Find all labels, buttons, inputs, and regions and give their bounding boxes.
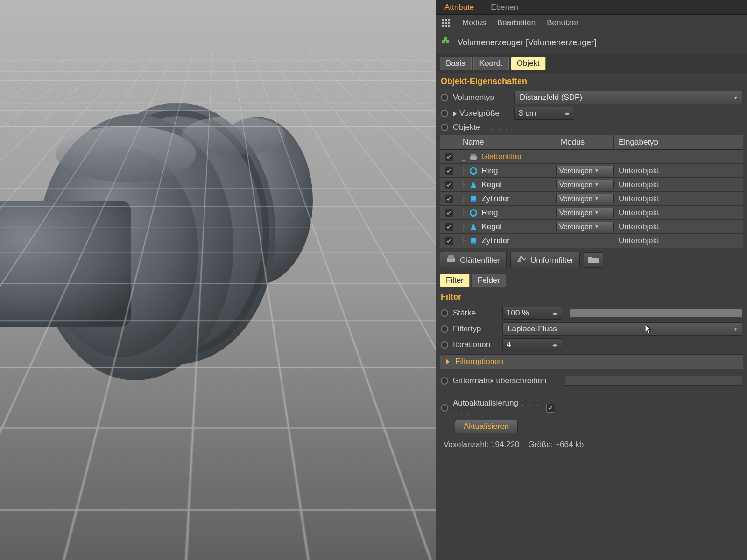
anim-dot-gittermatrix[interactable] [441,377,448,385]
expand-filteroptionen[interactable]: Filteroptionen [440,354,743,369]
row-name: Glättenfilter [481,152,522,161]
stat-voxelanzahl: Voxelanzahl: 194.220 [444,440,520,449]
svg-point-6 [56,126,196,182]
menu-bearbeiten[interactable]: Bearbeiten [497,18,536,28]
checkbox-autoaktualisierung[interactable]: ✓ [546,404,555,413]
panel-tabs: Attribute Ebenen [436,0,747,15]
row-checkbox[interactable]: ✓ [445,181,453,189]
table-row[interactable]: ✓ ├RingVereinigen▼Unterobjekt [440,164,743,178]
btn-glattenfilter[interactable]: Glättenfilter [440,252,507,268]
table-row[interactable]: ✓ ├KegelVereinigen▼Unterobjekt [440,178,743,192]
btn-umformfilter[interactable]: Umformfilter [510,252,580,268]
filter-sub-tabs: Filter Felder [436,272,747,289]
row-name: Zylinder [481,236,509,245]
mode-dropdown[interactable]: Vereinigen▼ [556,208,614,217]
anim-dot-iterationen[interactable] [441,341,448,349]
section-properties-header: Objekt-Eigenschaften [436,73,747,90]
row-type: Unterobjekt [614,194,659,203]
btn-aktualisieren[interactable]: Aktualisieren [455,420,518,433]
table-row[interactable]: ✓ ├ZylinderUnterobjekt [440,234,743,248]
tab-objekt[interactable]: Objekt [511,57,546,70]
row-checkbox[interactable]: ✓ [445,209,453,217]
svg-rect-15 [445,25,447,27]
stat-groesse: Größe: ~664 kb [529,440,584,449]
row-checkbox[interactable]: ✓ [445,237,453,245]
row-checkbox[interactable]: ✓ [445,153,453,161]
ring-icon [469,209,478,217]
expand-voxelgroesse-icon[interactable] [453,111,457,117]
row-name: Ring [481,166,498,175]
anim-dot-starke[interactable] [441,309,448,317]
tab-ebenen[interactable]: Ebenen [482,0,527,14]
filter-icon [469,153,478,161]
btn-add-folder[interactable]: + [584,252,603,268]
dropdown-volumentyp[interactable]: Distanzfeld (SDF)▾ [514,91,742,104]
row-volumentyp: Volumentyp Distanzfeld (SDF)▾ [436,90,747,105]
filter-add-buttons: Glättenfilter Umformfilter + [436,248,747,272]
row-type: Unterobjekt [614,180,659,189]
attribute-menu: Modus Bearbeiten Benutzer [436,15,747,31]
viewport-3d[interactable] [0,0,436,560]
menu-benutzer[interactable]: Benutzer [547,18,578,28]
input-gittermatrix[interactable] [565,376,742,386]
table-row[interactable]: ✓ ├ZylinderVereinigen▼Unterobjekt [440,192,743,206]
svg-rect-20 [470,156,477,160]
objects-table: Name Modus Eingabetyp ✓⎯Glättenfilter✓ ├… [440,135,743,248]
grid-icon [441,18,451,28]
tab-koord[interactable]: Koord. [473,57,509,70]
row-type: Unterobjekt [614,236,659,245]
svg-point-32 [518,259,521,262]
slider-starke[interactable] [570,309,742,317]
header-modus[interactable]: Modus [556,135,614,149]
anim-dot-objekte[interactable] [441,124,448,131]
row-checkbox[interactable]: ✓ [445,167,453,175]
label-starke: Stärke . . . [453,308,498,318]
row-objekte: Objekte . . . . [436,121,747,133]
object-sub-tabs: Basis Koord. Objekt [436,54,747,73]
row-type: Unterobjekt [614,208,659,217]
tab-attribute[interactable]: Attribute [436,0,482,14]
row-iterationen: Iterationen 4◂▸ [436,337,747,353]
label-iterationen: Iterationen [453,340,498,350]
svg-rect-8 [442,19,444,21]
table-row[interactable]: ✓ ├RingVereinigen▼Unterobjekt [440,206,743,220]
svg-rect-9 [445,19,447,21]
mode-dropdown[interactable]: Vereinigen▼ [556,166,614,175]
row-name: Ring [481,208,498,217]
tab-basis[interactable]: Basis [440,57,472,70]
header-eingabetyp[interactable]: Eingabetyp [614,135,743,149]
label-filtertyp: Filtertyp . . [453,324,498,334]
tree-glyph: ├ [462,223,465,231]
svg-rect-21 [471,154,476,156]
dropdown-filtertyp[interactable]: Laplace-Fluss▾ [502,322,742,336]
menu-modus[interactable]: Modus [462,18,486,28]
mode-dropdown[interactable]: Vereinigen▼ [556,194,614,203]
table-row[interactable]: ✓ ├KegelVereinigen▼Unterobjekt [440,220,743,234]
tab-filter[interactable]: Filter [440,274,470,287]
svg-point-25 [471,200,476,202]
anim-dot-auto[interactable] [441,404,448,412]
svg-rect-5 [0,201,131,327]
tab-felder[interactable]: Felder [472,274,506,287]
mode-dropdown[interactable]: Vereinigen▼ [556,222,614,231]
tree-glyph: ├ [462,237,465,245]
input-iterationen[interactable]: 4◂▸ [502,338,562,351]
volume-generator-icon [441,36,452,49]
table-header: Name Modus Eingabetyp [440,135,743,150]
anim-dot-voxelgroesse[interactable] [441,110,448,117]
row-gittermatrix: Gittermatrix überschreiben [436,374,747,387]
svg-point-26 [471,210,477,216]
input-starke[interactable]: 100 %◂▸ [502,307,562,320]
label-voxelgroesse: Voxelgröße [453,109,510,118]
svg-text:+: + [596,254,599,260]
mode-dropdown[interactable]: Vereinigen▼ [556,180,614,189]
anim-dot-volumentyp[interactable] [441,94,448,101]
table-row[interactable]: ✓⎯Glättenfilter [440,150,743,164]
row-type [614,152,619,161]
anim-dot-filtertyp[interactable] [441,325,448,333]
svg-point-22 [471,168,477,174]
row-checkbox[interactable]: ✓ [445,223,453,231]
header-name[interactable]: Name [458,135,556,149]
row-checkbox[interactable]: ✓ [445,195,453,203]
input-voxelgroesse[interactable]: 3 cm◂▸ [514,107,574,120]
